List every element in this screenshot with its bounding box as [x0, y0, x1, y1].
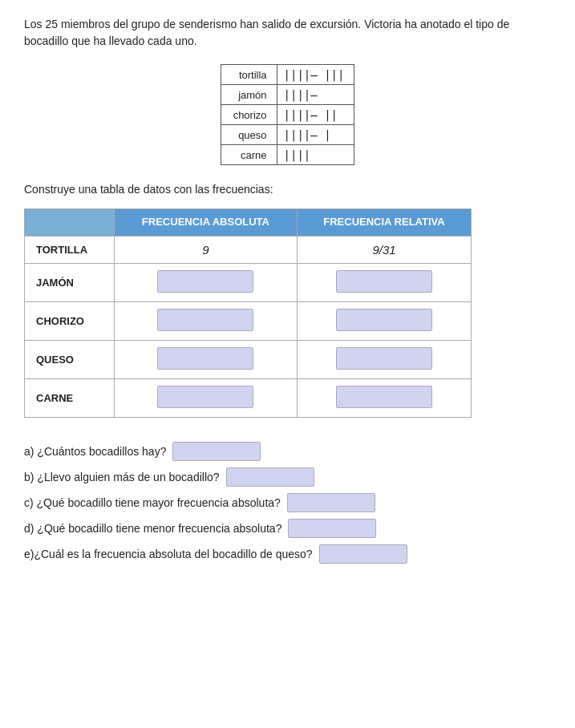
tally-wrapper: tortilla||||̶ |||jamón||||̶chorizo||||̶ …	[24, 64, 551, 165]
question-line-c: c) ¿Qué bocadillo tiene mayor frecuencia…	[24, 491, 551, 514]
freq-rel-input[interactable]	[336, 386, 432, 408]
tally-table: tortilla||||̶ |||jamón||||̶chorizo||||̶ …	[221, 64, 355, 165]
freq-rel-cell[interactable]	[297, 263, 472, 301]
freq-abs-cell[interactable]	[115, 378, 297, 417]
freq-rel-input[interactable]	[336, 347, 432, 370]
freq-row-label: JAMÓN	[25, 263, 115, 301]
tally-label: carne	[221, 145, 277, 165]
freq-table: FRECUENCIA ABSOLUTA FRECUENCIA RELATIVA …	[24, 208, 472, 418]
freq-abs-cell[interactable]	[115, 340, 297, 378]
tally-marks: ||||̶ |||	[277, 65, 354, 85]
question-line-e: e)¿Cuál es la frecuencia absoluta del bo…	[24, 543, 551, 565]
freq-rel-input[interactable]	[336, 270, 432, 293]
freq-col-absoluta: FRECUENCIA ABSOLUTA	[115, 209, 297, 237]
freq-rel-cell[interactable]	[297, 301, 472, 340]
question-input-a[interactable]	[172, 442, 261, 461]
question-line-d: d) ¿Qué bocadillo tiene menor frecuencia…	[24, 517, 551, 540]
tally-label: chorizo	[221, 105, 277, 125]
tally-marks: ||||̶	[277, 85, 354, 105]
question-text: c) ¿Qué bocadillo tiene mayor frecuencia…	[24, 491, 281, 514]
freq-abs-input[interactable]	[157, 309, 253, 331]
tally-marks: ||||̶ ||	[277, 105, 354, 125]
question-text: d) ¿Qué bocadillo tiene menor frecuencia…	[24, 517, 281, 540]
tally-marks: ||||̶ |	[277, 125, 354, 145]
question-line-a: a) ¿Cuántos bocadillos hay?	[24, 440, 551, 463]
question-text: a) ¿Cuántos bocadillos hay?	[24, 440, 166, 463]
freq-abs-input[interactable]	[157, 347, 253, 370]
tally-label: tortilla	[221, 65, 277, 85]
freq-abs-cell[interactable]	[115, 301, 297, 340]
freq-col-empty	[25, 209, 115, 237]
freq-abs-cell: 9	[115, 236, 297, 263]
question-text: e)¿Cuál es la frecuencia absoluta del bo…	[24, 543, 313, 565]
tally-label: jamón	[221, 85, 277, 105]
question-input-d[interactable]	[288, 519, 376, 538]
section-label: Construye una tabla de datos con las fre…	[24, 183, 551, 196]
freq-abs-cell[interactable]	[115, 263, 297, 301]
freq-row-label: CHORIZO	[25, 301, 115, 340]
freq-row-label: QUESO	[25, 340, 115, 378]
freq-rel-cell[interactable]	[297, 378, 472, 417]
freq-abs-input[interactable]	[157, 270, 253, 293]
tally-label: queso	[221, 125, 277, 145]
question-text: b) ¿Llevo alguien más de un bocadillo?	[24, 466, 220, 488]
intro-text: Los 25 miembros del grupo de senderismo …	[24, 16, 551, 50]
freq-row-label: CARNE	[25, 378, 115, 417]
question-input-e[interactable]	[319, 544, 407, 564]
freq-row-label: TORTILLA	[25, 236, 115, 263]
tally-marks: ||||	[277, 145, 354, 165]
freq-rel-input[interactable]	[336, 309, 432, 331]
freq-rel-cell[interactable]	[297, 340, 472, 378]
question-line-b: b) ¿Llevo alguien más de un bocadillo?	[24, 466, 551, 488]
freq-abs-input[interactable]	[157, 386, 253, 408]
question-input-b[interactable]	[226, 467, 314, 487]
freq-col-relativa: FRECUENCIA RELATIVA	[297, 209, 472, 237]
freq-rel-cell: 9/31	[297, 236, 472, 263]
question-input-c[interactable]	[287, 493, 375, 512]
questions-section: a) ¿Cuántos bocadillos hay?b) ¿Llevo alg…	[24, 440, 551, 565]
